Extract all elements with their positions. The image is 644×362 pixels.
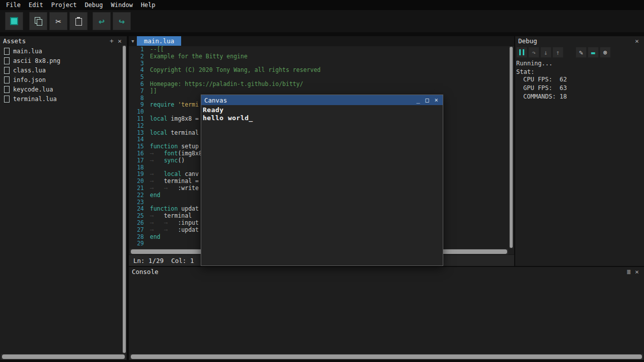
line-number: 8 bbox=[129, 95, 150, 102]
console-panel-header: Console ≣ × bbox=[129, 267, 644, 276]
code-text: ⟶local canv bbox=[150, 171, 199, 178]
code-token: --[[ bbox=[150, 46, 164, 53]
asset-item[interactable]: terminal.lua bbox=[0, 94, 127, 104]
scissors-icon: ✂ bbox=[55, 17, 61, 26]
assets-close-button[interactable]: × bbox=[116, 37, 124, 45]
code-token: updat bbox=[178, 205, 199, 212]
copy-button[interactable] bbox=[29, 12, 47, 30]
asset-item-label: ascii 8x8.png bbox=[13, 57, 60, 64]
code-line[interactable]: 7]] bbox=[129, 88, 509, 95]
asset-item[interactable]: ascii 8x8.png bbox=[0, 56, 127, 65]
line-number: 5 bbox=[129, 74, 150, 81]
canvas-window[interactable]: Canvas _ □ × Readyhello world_ bbox=[201, 95, 443, 266]
add-asset-button[interactable]: + bbox=[108, 37, 116, 45]
canvas-close-button[interactable]: × bbox=[432, 95, 441, 105]
enable-breakpoints-button[interactable]: ▬ bbox=[588, 47, 599, 58]
console-horizontal-scrollbar[interactable] bbox=[130, 354, 643, 359]
step-out-button[interactable]: ↑ bbox=[552, 47, 564, 58]
step-into-button[interactable]: ↓ bbox=[540, 47, 551, 58]
menu-edit[interactable]: Edit bbox=[25, 0, 47, 10]
code-text: ⟶⟶:updat bbox=[150, 227, 199, 234]
clear-breakpoints-button[interactable]: ⊗ bbox=[600, 47, 611, 58]
debug-stats: CPU FPS: 62GPU FPS: 63COMMANDS: 18 bbox=[515, 75, 644, 101]
line-number: 2 bbox=[129, 53, 150, 60]
code-token: end bbox=[150, 233, 160, 240]
file-icon bbox=[4, 86, 10, 93]
code-text: ⟶sync() bbox=[150, 157, 185, 164]
code-line[interactable]: 5 bbox=[129, 74, 509, 81]
line-number: 18 bbox=[129, 164, 150, 171]
code-text: ⟶⟶:input bbox=[150, 220, 199, 227]
tab-main-lua[interactable]: main.lua bbox=[137, 36, 181, 46]
scrollbar-thumb[interactable] bbox=[510, 47, 513, 248]
console-panel-title: Console bbox=[132, 268, 625, 276]
step-over-button[interactable]: ↷ bbox=[528, 47, 539, 58]
scrollbar-thumb[interactable] bbox=[123, 46, 126, 353]
code-line[interactable]: 2Example for the Bitty engine bbox=[129, 53, 509, 60]
code-text: Copyright (C) 2020 Tony Wang, all rights… bbox=[150, 67, 320, 74]
code-line[interactable]: 6Homepage: https://paladin-t.github.io/b… bbox=[129, 81, 509, 88]
scrollbar-thumb[interactable] bbox=[2, 354, 125, 359]
canvas-maximize-button[interactable]: □ bbox=[423, 95, 432, 105]
console-close-button[interactable]: × bbox=[633, 268, 641, 276]
line-number: 19 bbox=[129, 171, 150, 178]
line-number: 28 bbox=[129, 234, 150, 241]
debug-close-button[interactable]: × bbox=[633, 37, 641, 45]
clear-breakpoints-icon: ⊗ bbox=[603, 49, 607, 56]
assets-vertical-scrollbar[interactable] bbox=[122, 45, 126, 353]
console-panel: Console ≣ × bbox=[129, 267, 644, 360]
line-number: 27 bbox=[129, 227, 150, 234]
code-line[interactable]: 3 bbox=[129, 60, 509, 67]
asset-item[interactable]: info.json bbox=[0, 75, 127, 84]
menu-file[interactable]: File bbox=[2, 0, 25, 10]
console-output[interactable] bbox=[129, 276, 644, 353]
asset-item[interactable]: keycode.lua bbox=[0, 84, 127, 94]
step-out-icon: ↑ bbox=[556, 49, 560, 56]
play-button[interactable] bbox=[5, 12, 23, 30]
code-token: img8x8 = bbox=[168, 115, 202, 122]
file-icon bbox=[4, 96, 10, 103]
menu-window[interactable]: Window bbox=[107, 0, 137, 10]
canvas-output[interactable]: Readyhello world_ bbox=[201, 105, 443, 122]
code-token: local bbox=[164, 170, 182, 177]
canvas-minimize-button[interactable]: _ bbox=[414, 95, 423, 105]
undo-button[interactable]: ↩ bbox=[93, 12, 111, 30]
cut-button[interactable]: ✂ bbox=[49, 12, 67, 30]
canvas-title-bar[interactable]: Canvas _ □ × bbox=[201, 95, 443, 105]
line-number: 22 bbox=[129, 192, 150, 199]
paste-button[interactable] bbox=[69, 12, 88, 30]
assets-horizontal-scrollbar[interactable] bbox=[1, 354, 126, 359]
code-token: Copyright (C) 2020 Tony Wang, all rights… bbox=[150, 66, 320, 73]
menu-project[interactable]: Project bbox=[47, 0, 81, 10]
debug-stat-label: Stat: bbox=[515, 67, 644, 75]
menu-help[interactable]: Help bbox=[137, 0, 159, 10]
toggle-breakpoint-button[interactable]: ✎ bbox=[576, 47, 587, 58]
debug-panel: Debug × ↷↓↑✎▬⊗ Running... Stat: CPU FPS:… bbox=[515, 36, 644, 266]
console-menu-button[interactable]: ≣ bbox=[625, 268, 633, 276]
code-token: sync bbox=[164, 157, 178, 164]
editor-vertical-scrollbar[interactable] bbox=[509, 46, 513, 248]
code-line[interactable]: 4Copyright (C) 2020 Tony Wang, all right… bbox=[129, 67, 509, 74]
tab-list-button[interactable]: ▼ bbox=[129, 36, 137, 46]
play-icon bbox=[10, 17, 18, 25]
code-token: (img8x8 bbox=[178, 150, 202, 157]
code-text: local img8x8 = bbox=[150, 116, 202, 123]
asset-item[interactable]: class.lua bbox=[0, 65, 127, 75]
code-text: ]] bbox=[150, 88, 157, 95]
code-line[interactable]: 1--[[ bbox=[129, 46, 509, 53]
code-text: ⟶terminal = bbox=[150, 178, 202, 185]
menu-debug[interactable]: Debug bbox=[80, 0, 107, 10]
code-token: :write bbox=[178, 185, 199, 192]
asset-item[interactable]: main.lua bbox=[0, 46, 127, 56]
canvas-output-line: Ready bbox=[203, 106, 443, 114]
pause-button[interactable] bbox=[516, 47, 527, 58]
canvas-output-line: hello world_ bbox=[203, 114, 443, 122]
pause-icon bbox=[519, 49, 524, 55]
redo-button[interactable]: ↪ bbox=[113, 12, 131, 30]
debug-stat-line: GPU FPS: 63 bbox=[515, 84, 644, 93]
tab-indent-marker: ⟶ bbox=[150, 150, 164, 157]
line-number: 26 bbox=[129, 220, 150, 227]
code-token: setup bbox=[178, 143, 199, 150]
debug-panel-header: Debug × bbox=[515, 36, 644, 45]
scrollbar-thumb[interactable] bbox=[131, 354, 642, 359]
